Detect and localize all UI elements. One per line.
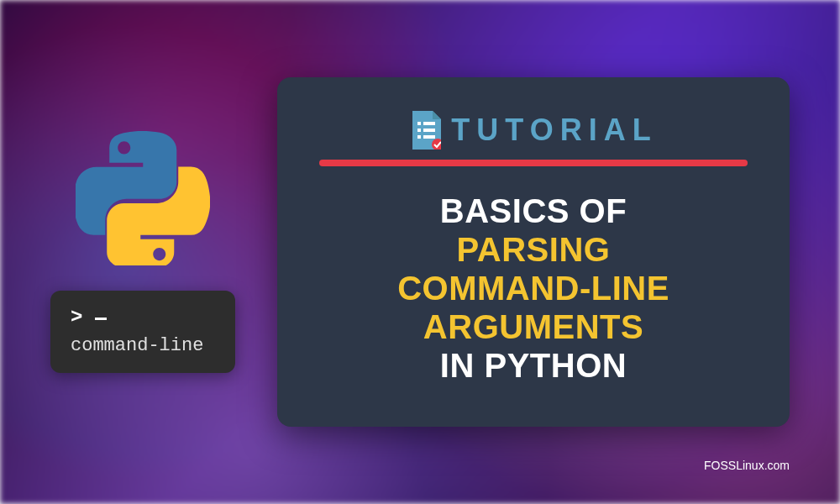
svg-rect-0 [417, 122, 421, 125]
terminal-prompt-line: > [71, 306, 215, 328]
svg-rect-5 [423, 135, 435, 139]
title-line-4: ARGUMENTS [319, 307, 748, 346]
title-line-3: COMMAND-LINE [319, 269, 748, 307]
tutorial-title: BASICS OF PARSING COMMAND-LINE ARGUMENTS… [319, 192, 748, 385]
left-column: > command-line [50, 131, 235, 373]
svg-rect-1 [423, 122, 435, 125]
title-line-2: PARSING [319, 230, 748, 269]
title-line-5: IN PYTHON [319, 346, 748, 385]
terminal-mockup: > command-line [50, 291, 235, 373]
tutorial-card: TUTORIAL BASICS OF PARSING COMMAND-LINE … [277, 77, 790, 427]
tutorial-label: TUTORIAL [451, 113, 657, 148]
svg-rect-2 [417, 129, 421, 132]
title-line-1: BASICS OF [319, 192, 748, 230]
python-logo-icon [76, 131, 210, 265]
svg-rect-3 [423, 129, 435, 132]
document-checklist-icon [409, 111, 441, 150]
terminal-command-text: command-line [71, 335, 215, 356]
site-watermark: FOSSLinux.com [704, 459, 790, 472]
tutorial-header-row: TUTORIAL [319, 111, 748, 150]
terminal-cursor [95, 318, 107, 320]
main-content: > command-line [0, 0, 840, 504]
divider-line [319, 160, 748, 166]
prompt-symbol: > [71, 306, 82, 328]
svg-rect-4 [417, 135, 421, 139]
